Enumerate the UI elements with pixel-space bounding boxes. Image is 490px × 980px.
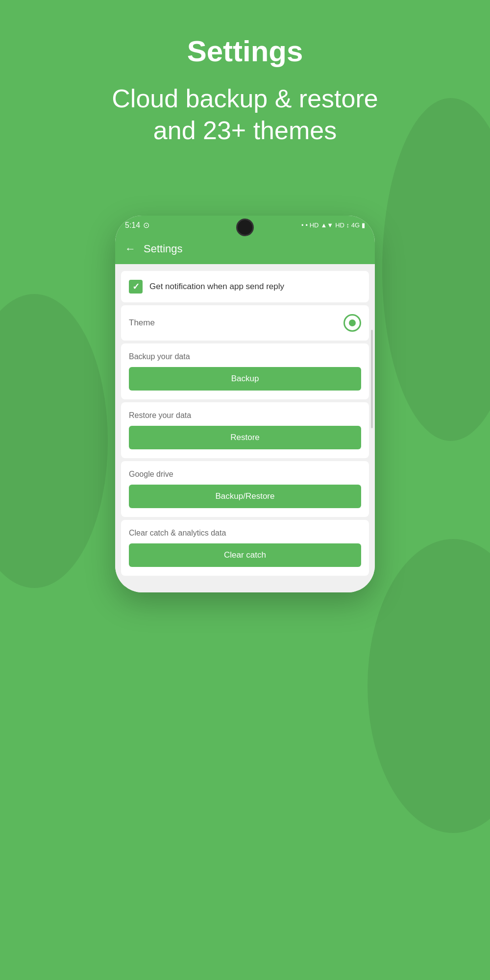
google-drive-card: Google drive Backup/Restore xyxy=(121,461,369,517)
restore-section-label: Restore your data xyxy=(129,411,361,420)
app-bar: ← Settings xyxy=(115,234,375,264)
backup-card: Backup your data Backup xyxy=(121,343,369,399)
theme-circle-icon[interactable] xyxy=(343,314,361,332)
clear-data-card: Clear catch & analytics data Clear catch xyxy=(121,520,369,576)
restore-button[interactable]: Restore xyxy=(129,426,361,449)
bottom-spacer xyxy=(115,579,375,588)
phone-mockup: 5:14 ⊙ • • HD ▲▼ HD ↕ 4G ▮ ← Settings ✓ … xyxy=(115,216,375,592)
backup-button[interactable]: Backup xyxy=(129,367,361,391)
settings-content: ✓ Get notification when app send reply T… xyxy=(115,264,375,592)
clear-catch-button[interactable]: Clear catch xyxy=(129,543,361,567)
status-right-icons: • • HD ▲▼ HD ↕ 4G ▮ xyxy=(301,221,365,229)
theme-row: Theme xyxy=(129,314,361,332)
notification-label: Get notification when app send reply xyxy=(149,281,284,293)
status-time: 5:14 ⊙ xyxy=(125,220,149,230)
bg-decoration-left xyxy=(0,294,108,588)
status-icon: ⊙ xyxy=(143,220,149,230)
camera-notch xyxy=(236,219,254,236)
notification-row: ✓ Get notification when app send reply xyxy=(129,280,361,294)
restore-card: Restore your data Restore xyxy=(121,402,369,458)
theme-inner-dot xyxy=(349,319,356,326)
page-title: Settings xyxy=(0,0,490,73)
page-subtitle: Cloud backup & restoreand 23+ themes xyxy=(0,73,490,156)
bg-decoration-right2 xyxy=(368,539,490,833)
google-drive-button[interactable]: Backup/Restore xyxy=(129,485,361,508)
notification-card: ✓ Get notification when app send reply xyxy=(121,271,369,302)
theme-card[interactable]: Theme xyxy=(121,305,369,341)
status-bar: 5:14 ⊙ • • HD ▲▼ HD ↕ 4G ▮ xyxy=(115,216,375,234)
app-bar-title: Settings xyxy=(144,243,183,255)
checkbox-check-icon: ✓ xyxy=(132,281,140,292)
clear-data-section-label: Clear catch & analytics data xyxy=(129,529,361,538)
scroll-indicator xyxy=(371,330,373,428)
backup-section-label: Backup your data xyxy=(129,352,361,361)
back-button[interactable]: ← xyxy=(125,243,136,255)
theme-label: Theme xyxy=(129,318,155,328)
google-drive-section-label: Google drive xyxy=(129,470,361,479)
notification-checkbox[interactable]: ✓ xyxy=(129,280,143,294)
